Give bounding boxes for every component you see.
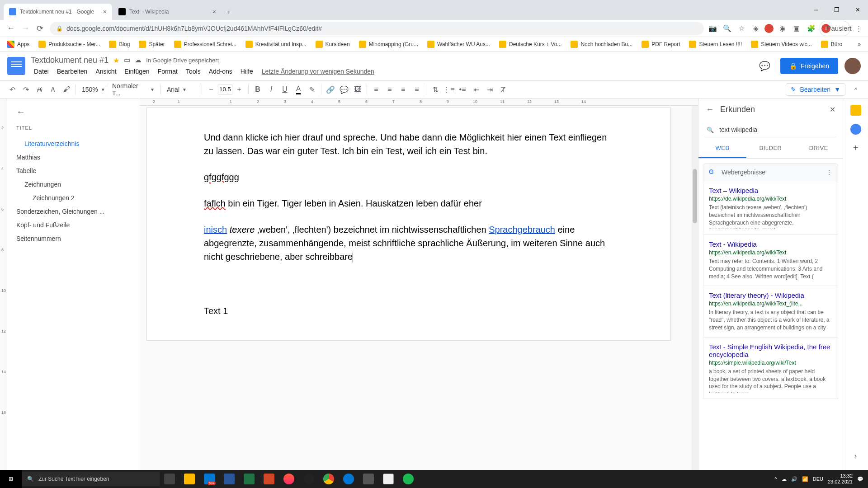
tray-chevron-icon[interactable]: ^ xyxy=(775,476,777,482)
bookmark-item[interactable]: Noch hochladen Bu... xyxy=(567,39,636,50)
outline-item[interactable]: Seitennummern xyxy=(16,232,130,245)
menu-tools[interactable]: Tools xyxy=(183,66,204,77)
underline-button[interactable]: U xyxy=(278,83,292,96)
volume-icon[interactable]: 🔊 xyxy=(791,476,797,482)
align-justify-button[interactable]: ≡ xyxy=(410,83,424,96)
add-icon[interactable]: + xyxy=(850,143,861,154)
notepad-icon[interactable] xyxy=(378,470,398,488)
bookmark-item[interactable]: Kursideen xyxy=(312,39,354,50)
forward-button[interactable]: → xyxy=(18,21,33,36)
comment-button[interactable]: 💬 xyxy=(337,83,351,96)
bookmark-item[interactable]: Steuern Videos wic... xyxy=(747,39,816,50)
menu-addons[interactable]: Add-ons xyxy=(206,66,236,77)
indent-increase-button[interactable]: ⇥ xyxy=(483,83,496,96)
document-page[interactable]: Und dann klicke ich hier drauf und sprec… xyxy=(146,108,671,341)
text-color-button[interactable]: A xyxy=(292,83,305,96)
bookmark-item[interactable]: Professionell Schrei... xyxy=(170,39,240,50)
star-icon[interactable]: ★ xyxy=(113,56,119,65)
chrome-icon[interactable] xyxy=(319,470,339,488)
collapse-rail-icon[interactable]: › xyxy=(850,452,861,463)
ext-badge-icon[interactable] xyxy=(764,24,774,33)
outline-item[interactable]: Matthias xyxy=(16,150,130,164)
last-change-link[interactable]: Letzte Änderung vor wenigen Sekunden xyxy=(262,66,374,77)
collapse-toolbar-button[interactable]: ^ xyxy=(849,83,863,96)
tab-bilder[interactable]: BILDER xyxy=(746,139,794,158)
zoom-select[interactable]: 150%▼ xyxy=(78,83,104,96)
spellcheck-button[interactable]: Ａ xyxy=(46,83,60,96)
highlight-button[interactable]: ✎ xyxy=(305,83,319,96)
tab-web[interactable]: WEB xyxy=(698,139,746,158)
indent-decrease-button[interactable]: ⇤ xyxy=(469,83,483,96)
close-window-icon[interactable]: ✕ xyxy=(847,3,868,16)
menu-format[interactable]: Format xyxy=(155,66,181,77)
url-input[interactable]: 🔒 docs.google.com/document/d/1hUH8k6h7Lb… xyxy=(50,22,704,35)
cloud-icon[interactable]: ☁ xyxy=(782,476,787,482)
bookmark-item[interactable]: Kreativität und Insp... xyxy=(242,39,310,50)
obs-icon[interactable] xyxy=(299,470,319,488)
edge-icon[interactable] xyxy=(339,470,359,488)
numbered-list-button[interactable]: ⋮≡ xyxy=(442,83,456,96)
outline-item[interactable]: Kopf- und Fußzeile xyxy=(16,218,130,232)
move-icon[interactable]: ▭ xyxy=(124,56,130,64)
explore-back-button[interactable]: ← xyxy=(706,105,714,114)
line-spacing-button[interactable]: ⇅ xyxy=(429,83,442,96)
menu-datei[interactable]: Datei xyxy=(31,66,52,77)
extensions-icon[interactable]: 🧩 xyxy=(805,23,817,34)
outline-item[interactable]: Zeichnungen 2 xyxy=(16,191,130,205)
bulleted-list-button[interactable]: •≡ xyxy=(456,83,469,96)
explore-search[interactable]: 🔍 xyxy=(705,122,836,137)
outline-item[interactable]: Sonderzeichen, Gleichungen ... xyxy=(16,205,130,218)
align-left-button[interactable]: ≡ xyxy=(369,83,383,96)
search-result[interactable]: Text - Simple English Wikipedia, the fre… xyxy=(703,338,838,399)
vertical-scrollbar[interactable] xyxy=(692,106,698,470)
explore-search-input[interactable] xyxy=(719,126,835,133)
tasks-icon[interactable] xyxy=(850,124,861,135)
ext-icon[interactable]: ◉ xyxy=(776,23,788,34)
comments-button[interactable]: 💬 xyxy=(756,57,774,75)
outline-item[interactable]: Zeichnungen xyxy=(16,178,130,191)
new-tab-button[interactable]: + xyxy=(222,5,235,18)
explorer-icon[interactable] xyxy=(179,470,199,488)
print-button[interactable]: 🖨 xyxy=(33,83,46,96)
taskbar-search[interactable]: 🔍 Zur Suche Text hier eingeben xyxy=(22,472,160,486)
menu-ansicht[interactable]: Ansicht xyxy=(92,66,119,77)
bookmark-item[interactable]: Mindmapping (Gru... xyxy=(355,39,422,50)
back-button[interactable]: ← xyxy=(4,21,18,36)
spotify-icon[interactable] xyxy=(398,470,418,488)
close-icon[interactable]: ✕ xyxy=(830,105,835,114)
docs-logo-icon[interactable] xyxy=(7,57,25,75)
maximize-icon[interactable]: ❐ xyxy=(826,3,847,16)
bookmark-item[interactable]: Später xyxy=(135,39,168,50)
browser-tab-inactive[interactable]: Text – Wikipedia × xyxy=(113,4,222,20)
more-icon[interactable]: ⋮ xyxy=(826,169,832,176)
menu-bearbeiten[interactable]: Bearbeiten xyxy=(54,66,91,77)
search-result[interactable]: Text – Wikipedia https://de.wikipedia.or… xyxy=(703,181,838,235)
outline-back-button[interactable]: ← xyxy=(16,107,130,117)
zoom-icon[interactable]: 🔍 xyxy=(721,23,733,34)
profile-pause-button[interactable]: T Pausiert xyxy=(820,21,850,36)
image-button[interactable]: 🖼 xyxy=(351,83,364,96)
italic-button[interactable]: I xyxy=(264,83,278,96)
search-result[interactable]: Text - Wikipedia https://en.wikipedia.or… xyxy=(703,235,838,286)
browser-tab-active[interactable]: Textdokument neu #1 - Google × xyxy=(4,4,112,20)
undo-button[interactable]: ↶ xyxy=(5,83,19,96)
mail-icon[interactable]: 99+ xyxy=(199,470,219,488)
align-right-button[interactable]: ≡ xyxy=(396,83,410,96)
bookmark-item[interactable]: Blog xyxy=(105,39,133,50)
language-indicator[interactable]: DEU xyxy=(813,476,823,482)
clear-format-button[interactable]: Ⱦ xyxy=(496,83,510,96)
align-center-button[interactable]: ≡ xyxy=(383,83,396,96)
app-icon[interactable] xyxy=(279,470,299,488)
task-view-icon[interactable] xyxy=(160,470,179,488)
bookmark-item[interactable]: Deutsche Kurs + Vo... xyxy=(495,39,565,50)
bookmark-item[interactable]: Steuern Lesen !!!! xyxy=(685,39,745,50)
keep-icon[interactable] xyxy=(850,105,861,116)
menu-icon[interactable]: ⋮ xyxy=(853,23,864,34)
style-select[interactable]: Normaler T...▼ xyxy=(108,83,158,96)
excel-icon[interactable] xyxy=(239,470,259,488)
ext-icon[interactable]: ▣ xyxy=(791,23,802,34)
share-button[interactable]: 🔒 Freigeben xyxy=(780,58,838,74)
bookmark-item[interactable]: Büro xyxy=(817,39,846,50)
menu-einfuegen[interactable]: Einfügen xyxy=(121,66,152,77)
app-icon[interactable] xyxy=(359,470,378,488)
